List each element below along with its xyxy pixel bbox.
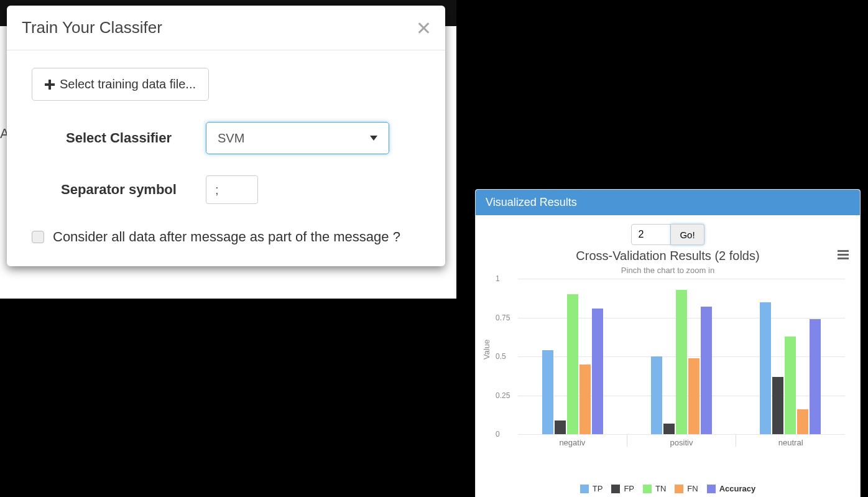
chart-legend: TPFPTNFNAccuracy	[484, 484, 851, 493]
bar[interactable]	[663, 424, 675, 435]
visualized-results-panel: Visualized Results Go! Cross-Validation …	[475, 189, 861, 497]
bar[interactable]	[542, 350, 553, 434]
chart-subtitle: Pinch the chart to zoom in	[484, 266, 851, 275]
legend-label: Accuracy	[719, 484, 756, 493]
classifier-label: Select Classifier	[32, 130, 206, 146]
panel-title: Visualized Results	[476, 190, 860, 215]
folds-input[interactable]	[631, 224, 671, 245]
panel-body: Go! Cross-Validation Results (2 folds) P…	[476, 215, 860, 497]
bar[interactable]	[701, 307, 712, 434]
bar[interactable]	[567, 294, 578, 434]
select-file-label: Select training data file...	[60, 77, 196, 91]
bar-group	[651, 290, 712, 435]
chart-plot[interactable]: 00.250.50.751	[518, 279, 845, 434]
bar[interactable]	[579, 365, 591, 435]
y-tick: 0.5	[496, 352, 506, 361]
train-classifier-modal: Train Your Classifer Select training dat…	[7, 6, 445, 266]
bar-group	[542, 294, 603, 434]
fold-controls: Go!	[484, 224, 851, 245]
legend-swatch	[611, 485, 620, 493]
category-label: negativ	[518, 434, 627, 447]
chart-categories: negativpositivneutral	[518, 434, 845, 447]
bar[interactable]	[592, 309, 603, 435]
modal-title: Train Your Classifer	[22, 18, 162, 37]
bar[interactable]	[797, 409, 808, 434]
legend-label: FN	[687, 484, 698, 493]
plus-icon	[45, 80, 55, 90]
y-tick: 0.75	[496, 314, 510, 322]
chart-area: Value 00.250.50.751 negativpositivneutra…	[484, 279, 851, 465]
modal-body: Select training data file... Select Clas…	[7, 50, 445, 266]
chevron-down-icon	[370, 136, 377, 141]
legend-swatch	[675, 485, 683, 493]
separator-row: Separator symbol	[32, 175, 420, 204]
y-axis-label: Value	[482, 340, 491, 360]
legend-swatch	[580, 485, 589, 493]
category-label: neutral	[736, 434, 845, 447]
bar[interactable]	[772, 377, 783, 435]
select-training-file-button[interactable]: Select training data file...	[32, 68, 209, 101]
bar-group	[760, 302, 821, 435]
consider-row: Consider all data after message as part …	[32, 229, 420, 245]
legend-item[interactable]: TP	[580, 484, 603, 493]
consider-checkbox[interactable]	[32, 231, 44, 243]
consider-label: Consider all data after message as part …	[53, 229, 400, 245]
bar[interactable]	[676, 290, 687, 435]
separator-label: Separator symbol	[32, 182, 206, 198]
legend-swatch	[707, 485, 716, 493]
chart-menu-icon[interactable]	[838, 250, 849, 259]
bar[interactable]	[555, 420, 566, 435]
modal-header: Train Your Classifer	[7, 6, 445, 50]
close-icon[interactable]	[417, 21, 430, 35]
legend-item[interactable]: FP	[611, 484, 634, 493]
category-label: positiv	[627, 434, 736, 447]
y-tick: 1	[496, 274, 500, 283]
classifier-row: Select Classifier SVM	[32, 122, 420, 154]
y-tick: 0.25	[496, 391, 510, 400]
legend-swatch	[643, 485, 652, 493]
legend-label: TN	[655, 484, 666, 493]
classifier-select[interactable]: SVM	[206, 122, 389, 154]
legend-item[interactable]: Accuracy	[707, 484, 756, 493]
bar[interactable]	[785, 337, 796, 435]
bar[interactable]	[760, 302, 771, 435]
legend-item[interactable]: TN	[643, 484, 666, 493]
bar[interactable]	[651, 356, 662, 434]
chart-title: Cross-Validation Results (2 folds)	[484, 249, 851, 263]
go-button[interactable]: Go!	[671, 224, 704, 245]
legend-label: TP	[593, 484, 603, 493]
bar[interactable]	[688, 358, 699, 435]
classifier-value: SVM	[218, 131, 244, 146]
bar[interactable]	[810, 319, 821, 434]
legend-label: FP	[624, 484, 634, 493]
legend-item[interactable]: FN	[675, 484, 698, 493]
y-tick: 0	[496, 430, 500, 439]
separator-input[interactable]	[206, 175, 258, 204]
